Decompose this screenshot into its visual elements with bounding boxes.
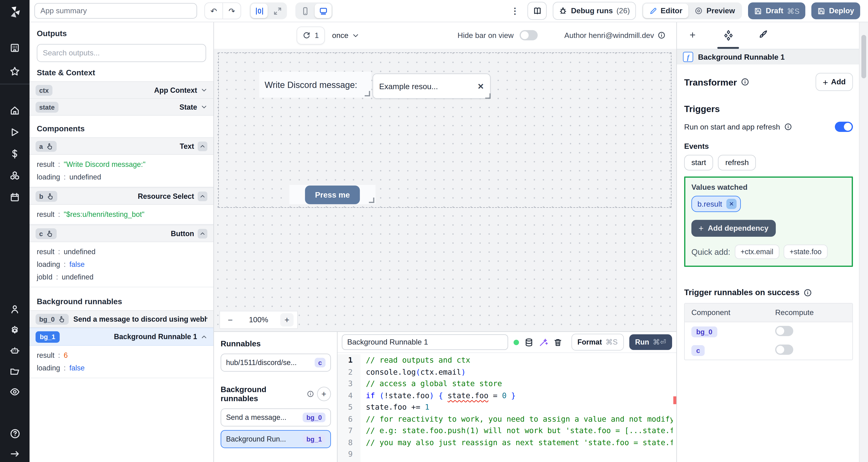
home-icon[interactable] [0, 105, 30, 116]
cache-db-icon[interactable] [524, 338, 533, 347]
info-icon[interactable] [784, 123, 792, 131]
recompute-toggle-bg0[interactable] [775, 326, 793, 336]
info-icon[interactable] [804, 288, 812, 297]
state-row[interactable]: state State [30, 99, 213, 116]
scrollbar-thumb[interactable] [861, 35, 866, 78]
quick-add-ctx-email[interactable]: +ctx.email [735, 244, 779, 259]
save-deploy-icon [817, 7, 826, 15]
resource-select-component[interactable]: Example resou... ✕ [373, 73, 491, 99]
window-scrollbar[interactable] [859, 0, 868, 462]
table-row: bg_0 [685, 322, 852, 341]
recompute-toggle-c[interactable] [775, 344, 793, 355]
tab-components-icon[interactable] [723, 30, 734, 41]
collapse-arrow-icon[interactable] [0, 449, 30, 459]
tab-styling-brush-icon[interactable] [758, 30, 768, 40]
text-component[interactable]: Write Discord message: [259, 72, 371, 98]
clear-x-icon[interactable]: ✕ [477, 82, 484, 91]
help-icon[interactable] [0, 428, 30, 439]
redo-button[interactable]: ↷ [222, 3, 241, 19]
folders-icon[interactable] [0, 366, 30, 376]
hide-bar-toggle[interactable] [520, 30, 538, 40]
chevron-down-icon[interactable] [201, 87, 207, 93]
runnable-name-input[interactable] [342, 334, 508, 350]
code-editor[interactable]: 12 34 56 78 910 // read outputs and ctx … [338, 352, 676, 462]
undo-button[interactable]: ↶ [205, 3, 222, 19]
workspace-icon[interactable] [0, 43, 30, 53]
tab-insert-plus-icon[interactable]: + [689, 30, 695, 41]
bg0-row[interactable]: bg_0 Send a message to discord using web… [30, 310, 213, 328]
selected-runnable-header[interactable]: f Background Runnable 1 [677, 49, 860, 64]
ctx-row[interactable]: ctx App Context [30, 81, 213, 99]
deploy-button[interactable]: Deploy [811, 2, 860, 19]
settings-gear-icon[interactable] [0, 325, 30, 335]
kv-value: undefined [62, 273, 93, 281]
docs-book-button[interactable] [528, 2, 547, 20]
runnable-item-bg0[interactable]: Send a message... bg_0 [221, 408, 331, 426]
collapse-chevron-up-icon[interactable] [198, 191, 207, 201]
zoom-out-button[interactable]: − [224, 313, 237, 327]
add-transformer-button[interactable]: + Add [815, 73, 853, 91]
delete-trash-icon[interactable] [553, 338, 562, 347]
tab-preview[interactable]: Preview [688, 4, 741, 18]
fullscreen-icon[interactable] [269, 4, 286, 18]
info-icon[interactable] [307, 390, 314, 398]
event-chip-start[interactable]: start [684, 155, 713, 170]
add-dependency-button[interactable]: + Add dependency [691, 220, 776, 237]
refresh-mode-dropdown[interactable]: once [332, 31, 359, 39]
runnable-item-main[interactable]: hub/1511/discord/se... c [221, 354, 331, 372]
runs-play-icon[interactable] [0, 127, 30, 137]
component-c-header[interactable]: c Button [30, 225, 213, 242]
refresh-count-button[interactable]: 1 [297, 26, 325, 44]
resize-handle[interactable] [485, 93, 491, 99]
quick-add-state-foo[interactable]: +state.foo [784, 244, 828, 259]
watched-dependency-chip[interactable]: b.result ✕ [691, 196, 741, 212]
format-button[interactable]: Format ⌘S [571, 334, 624, 351]
chevron-down-icon[interactable] [201, 104, 207, 110]
zoom-in-button[interactable]: + [280, 313, 293, 327]
more-menu-kebab-icon[interactable]: ⋮ [508, 6, 522, 16]
search-outputs-input[interactable] [37, 49, 206, 57]
collapse-chevron-up-icon[interactable] [201, 333, 207, 340]
chevron-down-icon [352, 32, 359, 39]
variables-dollar-icon[interactable] [0, 149, 30, 159]
rail-divider [0, 84, 30, 84]
info-icon[interactable] [658, 31, 665, 39]
center-layout-icon[interactable] [251, 4, 268, 18]
user-icon[interactable] [0, 304, 30, 315]
audit-eye-icon[interactable] [0, 387, 30, 397]
bg1-row-selected[interactable]: bg_1 Background Runnable 1 [30, 328, 213, 346]
ai-wand-icon[interactable] [539, 338, 548, 347]
button-component: Press me [289, 185, 375, 204]
resources-cubes-icon[interactable] [0, 170, 30, 181]
run-on-start-toggle[interactable] [835, 122, 853, 132]
collapse-chevron-up-icon[interactable] [198, 141, 207, 151]
component-b-header[interactable]: b Resource Select [30, 187, 213, 205]
app-canvas[interactable]: Write Discord message: Example resou... … [213, 49, 676, 332]
collapse-chevron-up-icon[interactable] [198, 229, 207, 238]
info-icon[interactable] [741, 78, 749, 86]
desktop-view-icon[interactable] [315, 4, 332, 18]
remove-dependency-x-icon[interactable]: ✕ [726, 199, 737, 209]
mobile-view-icon[interactable] [297, 4, 313, 18]
transformer-row: Transformer + Add [684, 73, 853, 91]
schedules-calendar-icon[interactable] [0, 192, 30, 202]
resize-handle[interactable] [365, 91, 370, 96]
event-chip-refresh[interactable]: refresh [718, 155, 756, 170]
runnable-badge: bg_1 [303, 434, 326, 444]
workers-robot-icon[interactable] [0, 346, 30, 356]
draft-button[interactable]: Draft ⌘S [748, 2, 806, 19]
selected-runnable-title: Background Runnable 1 [698, 53, 785, 61]
component-a-header[interactable]: a Text [30, 137, 213, 155]
debug-runs-button[interactable]: Debug runs (26) [553, 2, 636, 20]
favorites-star-icon[interactable] [0, 66, 30, 76]
run-button[interactable]: Run ⌘⏎ [629, 334, 672, 350]
component-c-type: Button [171, 229, 194, 238]
app-summary-input[interactable] [34, 3, 197, 19]
add-background-runnable-button[interactable]: + [317, 387, 331, 401]
windmill-logo-icon[interactable] [0, 5, 30, 19]
runnable-item-bg1-selected[interactable]: Background Run... bg_1 [221, 430, 331, 448]
resize-handle[interactable] [369, 198, 374, 203]
tab-editor[interactable]: Editor [643, 4, 688, 18]
canvasbar-right: Hide bar on view Author henri@windmill.d… [458, 30, 665, 40]
press-me-button[interactable]: Press me [305, 185, 360, 204]
